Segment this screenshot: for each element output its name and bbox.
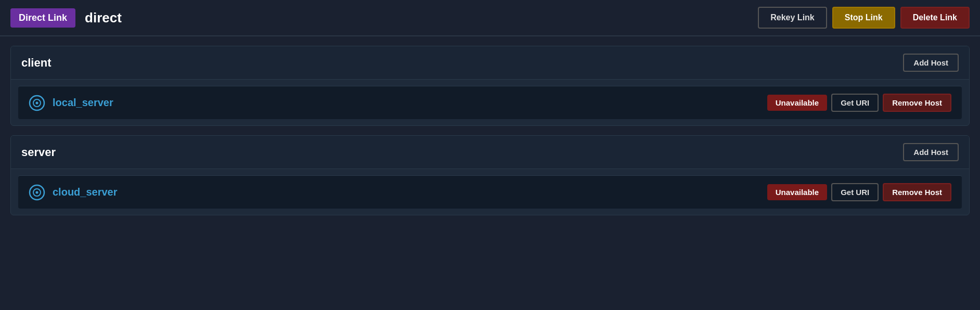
host-actions: Unavailable Get URI Remove Host bbox=[767, 94, 951, 112]
svg-point-5 bbox=[36, 191, 38, 193]
server-add-host-button[interactable]: Add Host bbox=[903, 143, 959, 161]
client-section: client Add Host local_server Unavailable… bbox=[10, 46, 970, 126]
get-uri-button[interactable]: Get URI bbox=[831, 94, 879, 112]
remove-host-button[interactable]: Remove Host bbox=[883, 183, 951, 201]
svg-point-2 bbox=[36, 101, 38, 104]
server-section: server Add Host cloud_server Unavailable… bbox=[10, 135, 970, 215]
client-section-header: client Add Host bbox=[11, 46, 969, 80]
rekey-link-button[interactable]: Rekey Link bbox=[758, 7, 827, 29]
server-section-title: server bbox=[21, 146, 56, 159]
direct-link-badge: Direct Link bbox=[10, 8, 75, 28]
main-content: client Add Host local_server Unavailable… bbox=[0, 36, 980, 225]
page-header: Direct Link direct Rekey Link Stop Link … bbox=[0, 0, 980, 36]
table-row: cloud_server Unavailable Get URI Remove … bbox=[18, 175, 962, 209]
get-uri-button[interactable]: Get URI bbox=[831, 183, 879, 201]
host-name: local_server bbox=[53, 97, 767, 109]
host-name: cloud_server bbox=[53, 186, 767, 198]
stop-link-button[interactable]: Stop Link bbox=[832, 7, 895, 29]
status-badge: Unavailable bbox=[767, 184, 827, 200]
remove-host-button[interactable]: Remove Host bbox=[883, 94, 951, 112]
client-add-host-button[interactable]: Add Host bbox=[903, 54, 959, 72]
host-icon bbox=[29, 184, 45, 201]
host-actions: Unavailable Get URI Remove Host bbox=[767, 183, 951, 201]
status-badge: Unavailable bbox=[767, 95, 827, 111]
delete-link-button[interactable]: Delete Link bbox=[900, 7, 970, 29]
table-row: local_server Unavailable Get URI Remove … bbox=[18, 86, 962, 119]
host-icon bbox=[29, 95, 45, 111]
page-title: direct bbox=[85, 10, 758, 26]
server-section-header: server Add Host bbox=[11, 136, 969, 169]
header-actions: Rekey Link Stop Link Delete Link bbox=[758, 7, 970, 29]
client-section-title: client bbox=[21, 56, 51, 70]
